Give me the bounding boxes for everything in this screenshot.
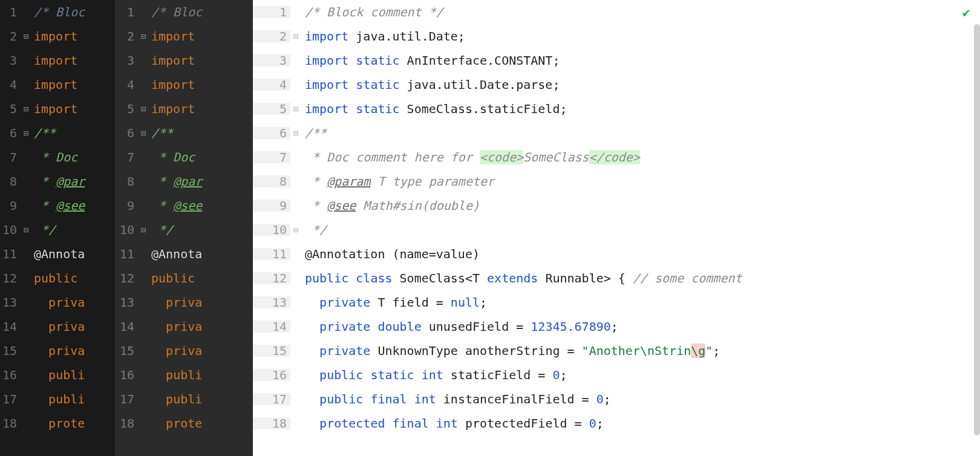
code-line[interactable]: 2⊟import java.util.Date; (253, 24, 980, 48)
code-line[interactable]: 16 publi (115, 363, 253, 387)
code-line[interactable]: 5⊟import (115, 97, 253, 121)
code-text[interactable]: publi (31, 369, 85, 381)
code-line[interactable]: 12public (115, 266, 253, 290)
line-number[interactable]: 4 (253, 79, 290, 91)
code-text[interactable]: @Annota (149, 248, 202, 260)
code-line[interactable]: 15 private UnknownType anotherString = "… (253, 339, 980, 363)
code-line[interactable]: 3import (115, 48, 253, 73)
code-text[interactable]: import (31, 103, 77, 115)
code-text[interactable]: import java.util.Date; (301, 30, 465, 42)
code-text[interactable]: * @see Math#sin(double) (301, 200, 480, 212)
code-text[interactable]: import (149, 103, 195, 115)
line-number[interactable]: 15 (0, 345, 21, 357)
line-number[interactable]: 16 (0, 369, 21, 381)
code-line[interactable]: 10⊟ */ (115, 218, 253, 242)
line-number[interactable]: 1 (253, 6, 290, 18)
code-text[interactable]: /** (31, 127, 56, 139)
code-text[interactable]: import static java.util.Date.parse; (301, 79, 560, 91)
fold-icon[interactable]: ⊟ (290, 226, 301, 234)
line-number[interactable]: 9 (253, 200, 290, 212)
scrollbar[interactable] (974, 24, 980, 435)
code-line[interactable]: 7 * Doc comment here for <code>SomeClass… (253, 145, 980, 169)
line-number[interactable]: 11 (253, 248, 290, 260)
line-number[interactable]: 16 (253, 369, 290, 381)
fold-icon[interactable]: ⊟ (290, 129, 301, 137)
line-number[interactable]: 4 (115, 79, 138, 91)
line-number[interactable]: 14 (115, 321, 138, 333)
code-text[interactable]: private double unusedField = 12345.67890… (301, 321, 618, 333)
line-number[interactable]: 12 (0, 272, 21, 284)
code-line[interactable]: 12public (0, 266, 115, 290)
line-number[interactable]: 9 (0, 200, 21, 212)
line-number[interactable]: 9 (115, 200, 138, 212)
code-text[interactable]: import static AnInterface.CONSTANT; (301, 54, 560, 67)
status-ok-icon[interactable]: ✔ (962, 6, 970, 19)
code-text[interactable]: /** (149, 127, 173, 139)
code-text[interactable]: publi (149, 369, 202, 381)
code-text[interactable]: * Doc (31, 151, 77, 163)
line-number[interactable]: 8 (0, 175, 21, 187)
line-number[interactable]: 17 (115, 393, 138, 405)
code-text[interactable]: import static SomeClass.staticField; (301, 103, 567, 115)
editor-column-dark-1[interactable]: 1/* Bloc2⊟import3import4import5⊟import6⊟… (0, 0, 115, 456)
code-line[interactable]: 17 publi (115, 387, 253, 411)
code-text[interactable]: priva (149, 321, 202, 333)
code-line[interactable]: 4import (115, 73, 253, 97)
code-line[interactable]: 12public class SomeClass<T extends Runna… (253, 266, 980, 290)
line-number[interactable]: 14 (253, 321, 290, 333)
code-text[interactable]: priva (149, 296, 202, 308)
code-text[interactable]: public class SomeClass<T extends Runnabl… (301, 272, 742, 284)
fold-icon[interactable]: ⊟ (21, 129, 31, 137)
line-number[interactable]: 12 (115, 272, 138, 284)
line-number[interactable]: 2 (115, 30, 138, 42)
line-number[interactable]: 3 (253, 54, 290, 67)
code-text[interactable]: import (149, 79, 195, 91)
code-line[interactable]: 16 publi (0, 363, 115, 387)
line-number[interactable]: 12 (253, 272, 290, 284)
line-number[interactable]: 5 (253, 103, 290, 115)
line-number[interactable]: 10 (115, 224, 138, 236)
line-number[interactable]: 7 (115, 151, 138, 163)
code-line[interactable]: 18 prote (0, 411, 115, 435)
code-text[interactable]: private UnknownType anotherString = "Ano… (301, 345, 720, 357)
line-number[interactable]: 7 (253, 151, 290, 163)
code-text[interactable]: priva (149, 345, 202, 357)
code-text[interactable]: * @param T type parameter (301, 175, 494, 187)
code-line[interactable]: 8 * @par (115, 169, 253, 194)
line-number[interactable]: 5 (115, 103, 138, 115)
line-number[interactable]: 15 (253, 345, 290, 357)
line-number[interactable]: 5 (0, 103, 21, 115)
code-text[interactable]: publi (149, 393, 202, 405)
code-text[interactable]: /* Bloc (149, 6, 202, 18)
code-line[interactable]: 5⊟import (0, 97, 115, 121)
line-number[interactable]: 10 (0, 224, 21, 236)
code-line[interactable]: 10⊟ */ (0, 218, 115, 242)
line-number[interactable]: 18 (115, 417, 138, 429)
line-number[interactable]: 6 (253, 127, 290, 139)
code-line[interactable]: 11@Annota (115, 242, 253, 266)
code-line[interactable]: 9 * @see Math#sin(double) (253, 194, 980, 218)
code-line[interactable]: 3import static AnInterface.CONSTANT; (253, 48, 980, 73)
fold-icon[interactable]: ⊟ (21, 32, 31, 41)
code-line[interactable]: 13 priva (115, 290, 253, 314)
code-line[interactable]: 6⊟/** (0, 121, 115, 145)
code-text[interactable]: /** (301, 127, 327, 139)
editor-column-dark-2[interactable]: 1/* Bloc2⊟import3import4import5⊟import6⊟… (115, 0, 253, 456)
code-line[interactable]: 8 * @param T type parameter (253, 169, 980, 194)
fold-icon[interactable]: ⊟ (21, 226, 31, 234)
code-text[interactable]: priva (31, 345, 85, 357)
editor-column-light[interactable]: 1/* Block comment */2⊟import java.util.D… (253, 0, 980, 456)
code-line[interactable]: 10⊟ */ (253, 218, 980, 242)
code-line[interactable]: 18 protected final int protectedField = … (253, 411, 980, 435)
code-text[interactable]: prote (31, 417, 85, 429)
line-number[interactable]: 16 (115, 369, 138, 381)
line-number[interactable]: 2 (253, 30, 290, 42)
code-line[interactable]: 8 * @par (0, 169, 115, 194)
code-line[interactable]: 4import (0, 73, 115, 97)
fold-icon[interactable]: ⊟ (138, 105, 149, 113)
line-number[interactable]: 11 (0, 248, 21, 260)
code-line[interactable]: 2⊟import (0, 24, 115, 48)
code-line[interactable]: 17 publi (0, 387, 115, 411)
fold-icon[interactable]: ⊟ (138, 32, 149, 41)
line-number[interactable]: 13 (253, 296, 290, 308)
